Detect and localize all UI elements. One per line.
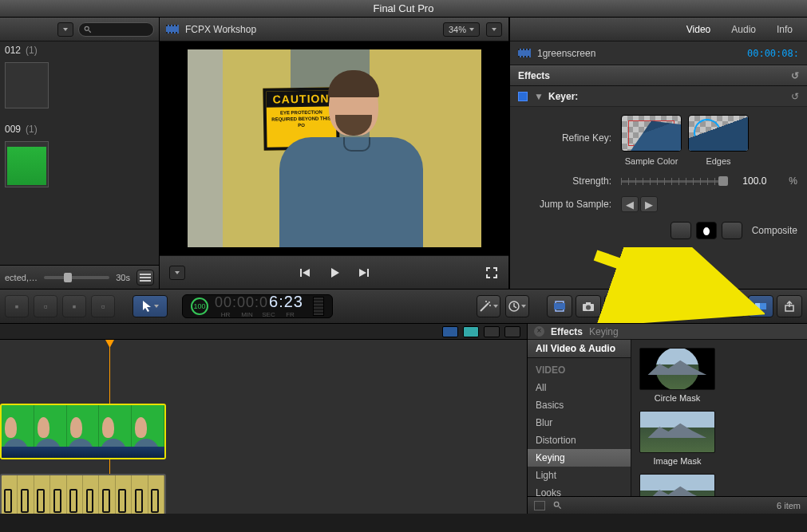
edges-thumbnail — [688, 115, 749, 152]
browser-titles-button[interactable]: T — [662, 295, 687, 317]
browser-media-button[interactable] — [547, 295, 572, 317]
jump-next-button[interactable]: ▶ — [640, 196, 658, 212]
reset-section-button[interactable]: ↺ — [791, 70, 799, 81]
tab-audio[interactable]: Audio — [731, 24, 756, 35]
browser-transitions-button[interactable] — [633, 295, 659, 317]
retime-menu[interactable] — [505, 295, 529, 317]
zoom-value: 34% — [449, 25, 466, 34]
search-icon[interactable] — [553, 501, 562, 510]
browser-photos-button[interactable] — [576, 295, 601, 317]
viewer-zoom-menu[interactable]: 34% — [443, 22, 480, 37]
svg-rect-4 — [140, 280, 151, 282]
jump-prev-button[interactable]: ◀ — [621, 196, 639, 212]
viewer-display-menu[interactable] — [169, 266, 185, 280]
clip-thumbnail[interactable] — [5, 141, 49, 187]
effect-keyer-row[interactable]: ▼ Keyer: ↺ — [510, 86, 807, 107]
view-matte-button[interactable] — [696, 222, 717, 239]
magic-wand-icon — [479, 300, 492, 313]
timecode-display[interactable]: 100 00:00:06:23 HRMINSECFR — [182, 294, 333, 318]
connect-clip-button[interactable]: ▪ — [5, 295, 29, 317]
effect-enabled-checkbox[interactable] — [518, 92, 528, 101]
themes-icon — [726, 301, 738, 311]
disclosure-triangle[interactable]: ▼ — [534, 91, 542, 102]
clip-thumbnail[interactable] — [5, 62, 49, 108]
effect-item-keyer[interactable]: Keyer — [639, 474, 715, 496]
strength-slider[interactable] — [621, 180, 728, 183]
svg-marker-21 — [639, 301, 646, 311]
library-panel: 012 (1) 009 (1) ected,… 30s — [0, 18, 160, 289]
category-item[interactable]: Basics — [528, 396, 631, 414]
inspector-tab-bar: Video Audio Info — [510, 18, 807, 41]
event-row[interactable]: 012 (1) — [0, 41, 159, 59]
play-button[interactable] — [327, 266, 342, 280]
view-composite-button[interactable] — [722, 222, 742, 239]
effect-item-circle-mask[interactable]: Circle Mask — [639, 348, 715, 403]
inspector-body: Refine Key: Sample Color Edges Strength: — [510, 107, 807, 289]
timeline-audio-button[interactable] — [463, 326, 479, 337]
clip-zoom-slider[interactable] — [44, 276, 109, 279]
svg-point-24 — [702, 305, 705, 308]
reset-effect-button[interactable]: ↺ — [791, 91, 799, 102]
enhance-menu[interactable] — [477, 295, 500, 317]
tab-info[interactable]: Info — [777, 24, 793, 35]
retime-icon — [508, 301, 520, 312]
timeline-clip-connected[interactable] — [0, 474, 166, 514]
svg-line-32 — [559, 506, 561, 509]
library-footer: ected,… 30s — [0, 265, 159, 289]
effects-layout-toggle[interactable] — [534, 501, 545, 510]
timeline-clip-primary[interactable] — [0, 404, 166, 459]
browser-themes-button[interactable] — [719, 295, 745, 317]
append-clip-button[interactable]: ▪ — [62, 295, 86, 317]
browser-effects-button[interactable] — [748, 295, 773, 317]
render-gauge: 100 — [191, 298, 208, 315]
sample-color-tool[interactable]: Sample Color — [621, 115, 682, 166]
clip-icon — [518, 49, 531, 57]
viewer-panel: FCPX Workshop 34% CAUTION EYE PROTECTION… — [160, 18, 509, 289]
viewer-transport — [160, 255, 508, 289]
clip-appearance-button[interactable] — [136, 270, 154, 286]
effect-item-image-mask[interactable]: Image Mask — [639, 411, 715, 466]
timeline-skimming-button[interactable] — [504, 326, 520, 337]
timeline-canvas[interactable] — [0, 340, 527, 514]
edges-tool[interactable]: Edges — [688, 115, 749, 166]
insert-clip-button[interactable]: ▫ — [34, 295, 57, 317]
prev-edit-button[interactable] — [299, 266, 313, 280]
project-icon — [166, 25, 179, 33]
browser-generators-button[interactable] — [690, 295, 716, 317]
overwrite-clip-button[interactable]: ▫ — [91, 295, 115, 317]
event-row[interactable]: 009 (1) — [0, 120, 159, 138]
effects-section-header[interactable]: Effects ↺ — [510, 65, 807, 86]
category-item[interactable]: Blur — [528, 414, 631, 432]
fullscreen-button[interactable] — [485, 266, 499, 280]
event-count: (1) — [26, 124, 38, 135]
select-tool[interactable] — [133, 295, 168, 317]
view-final-button[interactable] — [671, 222, 691, 239]
next-edit-button[interactable] — [356, 266, 370, 280]
category-item[interactable]: Looks — [528, 484, 631, 496]
timeline-snapping-button[interactable] — [484, 326, 500, 337]
viewer-canvas[interactable]: CAUTION EYE PROTECTION REQUIRED BEYOND T… — [160, 41, 508, 255]
category-item[interactable]: All — [528, 379, 631, 396]
browser-share-button[interactable] — [777, 295, 802, 317]
effect-thumbnail — [639, 411, 715, 453]
library-body[interactable]: 012 (1) 009 (1) — [0, 41, 159, 265]
category-item[interactable]: Light — [528, 467, 631, 484]
svg-marker-10 — [143, 301, 151, 312]
effects-close-button[interactable]: × — [534, 326, 544, 337]
browser-music-button[interactable] — [604, 295, 630, 317]
category-all[interactable]: All Video & Audio — [528, 340, 631, 358]
effects-count: 6 item — [777, 501, 801, 510]
viewer-settings-menu[interactable] — [486, 22, 502, 37]
svg-marker-9 — [359, 269, 366, 277]
tab-video[interactable]: Video — [686, 24, 710, 35]
library-filter-menu[interactable] — [57, 22, 73, 37]
param-label-jump: Jump to Sample: — [520, 199, 611, 210]
timeline-appearance-button[interactable] — [442, 326, 458, 337]
category-item[interactable]: Distortion — [528, 432, 631, 449]
category-item-keying[interactable]: Keying — [528, 449, 631, 467]
strength-value[interactable]: 100.0 — [742, 175, 779, 187]
svg-point-31 — [554, 502, 559, 506]
viewer-header: FCPX Workshop 34% — [160, 18, 508, 41]
library-search-input[interactable] — [78, 22, 154, 37]
svg-rect-27 — [760, 303, 766, 309]
